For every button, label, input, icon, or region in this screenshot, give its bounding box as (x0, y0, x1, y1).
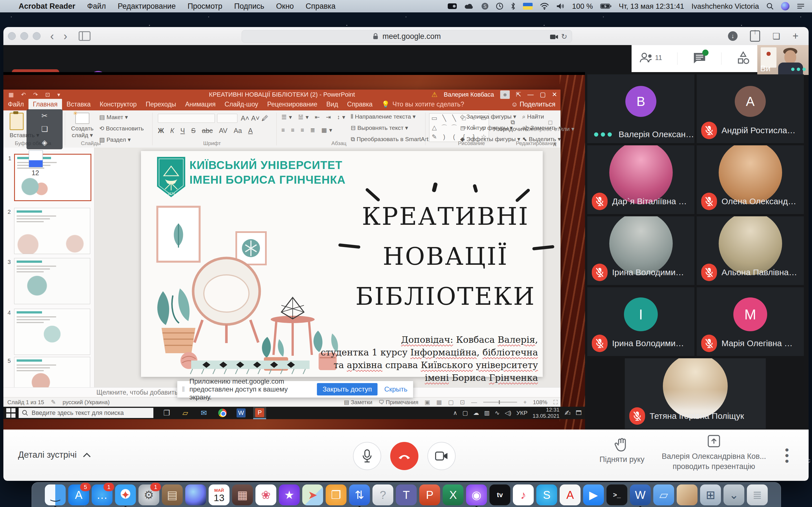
dock-teams[interactable]: T (396, 485, 417, 505)
align-text-button[interactable]: ⊟ Выровнять текст ▾ (351, 124, 408, 131)
spotlight-search-icon[interactable] (766, 3, 774, 10)
downloads-icon[interactable]: ↓ (728, 31, 738, 41)
powerpoint-button[interactable]: P (253, 407, 266, 419)
zoom-slider[interactable] (483, 402, 517, 403)
language-label[interactable]: русский (Украина) (63, 399, 110, 406)
dock-messages[interactable]: …1 (92, 485, 112, 505)
sidebar-toggle-icon[interactable] (79, 31, 91, 41)
font-name-select[interactable] (158, 114, 215, 123)
collapse-ribbon-icon[interactable]: ∧ (553, 141, 557, 148)
participant-tile[interactable]: Олена Олександрів... (697, 145, 804, 214)
back-button[interactable]: ‹ (50, 31, 54, 42)
ppt-account-name[interactable]: Валерия Ковбаса (444, 91, 494, 98)
reload-icon[interactable]: ↻ (561, 33, 567, 41)
ppt-tab-рецензирование[interactable]: Рецензирование (263, 99, 322, 110)
self-view-video[interactable]: Ви (757, 45, 809, 75)
dock-excel[interactable]: X (443, 485, 463, 505)
stop-sharing-button[interactable]: Закрыть доступ (317, 383, 377, 395)
menu-clock[interactable]: Чт, 13 мая 12:31:41 (619, 2, 684, 11)
self-view-menu-icon[interactable] (791, 68, 806, 71)
drag-handle-icon[interactable]: ‖ (182, 385, 185, 394)
ppt-tab-вставка[interactable]: Вставка (62, 99, 95, 110)
time-machine-icon[interactable] (496, 3, 503, 10)
ppt-tab-справка[interactable]: Справка (343, 99, 377, 110)
copy-icon[interactable]: ❏ (41, 125, 48, 133)
menu-item-подпись[interactable]: Подпись (234, 2, 264, 11)
reading-view-icon[interactable]: ▢ (448, 399, 454, 406)
tray-expand-icon[interactable]: ∧ (453, 409, 457, 416)
menu-item-файл[interactable]: Файл (87, 2, 106, 11)
replace-button[interactable]: ab Заменить ▾ (522, 124, 562, 131)
dock-finder[interactable]: ‿ (45, 485, 66, 505)
windows-start-button[interactable] (6, 408, 16, 418)
dock-contacts[interactable]: ▤ (162, 485, 183, 505)
ppt-tab-главная[interactable]: Главная (29, 99, 62, 110)
dock-system-preferences[interactable]: ⚙1 (139, 485, 159, 505)
windows-ink-icon[interactable]: ✍ (564, 409, 571, 417)
mic-toggle-button[interactable] (353, 442, 381, 470)
tray-volume-icon[interactable]: ◁) (505, 409, 511, 416)
dock-maps[interactable]: ➤ (302, 485, 323, 505)
text-direction-button[interactable]: ⫴ Направление текста ▾ (351, 113, 416, 120)
address-bar[interactable]: meet.google.com ↻ (242, 30, 572, 43)
font-style-К[interactable]: К (170, 127, 174, 135)
forward-button[interactable]: › (63, 31, 67, 42)
menu-item-просмотр[interactable]: Просмотр (188, 2, 222, 11)
slide-thumbnail-2[interactable]: 2 (14, 208, 90, 254)
new-slide-button[interactable]: Создатьслайд ▾ (71, 113, 94, 138)
menu-item-окно[interactable]: Окно (276, 2, 294, 11)
participant-tile[interactable]: ММарія Олегівна Скр... (697, 287, 804, 356)
dock-skype[interactable]: S (536, 485, 557, 505)
taskbar-clock[interactable]: 12:3113.05.2021 (532, 407, 559, 419)
tray-onedrive-icon[interactable]: ☁ (473, 409, 479, 416)
slide-sorter-icon[interactable]: ▦ (437, 399, 442, 406)
skype-status-icon[interactable]: S (481, 3, 489, 10)
font-style-А[interactable]: А (248, 127, 253, 135)
cloud-icon[interactable] (464, 3, 474, 9)
ppt-share-button[interactable]: ☺ Поделиться (506, 99, 560, 110)
activities-button[interactable] (737, 52, 750, 66)
dock-trash[interactable]: ≣ (747, 485, 768, 505)
ppt-tab-переходы[interactable]: Переходы (141, 99, 181, 110)
windows-search-box[interactable]: Введите здесь текст для поиска (18, 408, 153, 418)
dock-imovie[interactable]: ★ (279, 485, 300, 505)
tray-hardware-icon[interactable]: ▥ (484, 409, 490, 416)
ukraine-flag-input-icon[interactable] (523, 3, 532, 10)
presenting-status[interactable]: Валерія Олександрівна Ков... проводить п… (658, 435, 770, 471)
chat-button[interactable] (693, 52, 706, 65)
siri-icon[interactable] (781, 2, 790, 10)
ppt-close-button[interactable]: ✕ (552, 91, 557, 98)
zoom-percent[interactable]: 108% (533, 399, 547, 406)
format-painter-icon[interactable]: ◈ (42, 138, 47, 147)
participant-tile[interactable]: Тетяна Ігорівна Поліщук (625, 358, 766, 429)
notification-center-icon[interactable]: 🗖 (576, 409, 581, 416)
participant-tile[interactable]: BВалерія Олександрі... (587, 74, 695, 143)
dock-launchpad[interactable]: ⊞ (700, 485, 721, 505)
reset-button[interactable]: ⟲ Восстановить (99, 125, 144, 132)
cut-icon[interactable]: ✂ (42, 112, 48, 120)
font-size-select[interactable] (217, 114, 238, 123)
dock-photo-file[interactable] (677, 485, 698, 505)
fit-slide-icon[interactable]: ⛶ (553, 399, 558, 406)
ppt-tab-анимация[interactable]: Анимация (181, 99, 220, 110)
grow-font-button[interactable]: А˄ А˅ 🖉 (241, 114, 268, 122)
control-center-icon[interactable] (797, 3, 805, 9)
meeting-details-button[interactable]: Деталі зустрічі (18, 450, 91, 460)
bluetooth-icon[interactable] (511, 3, 516, 10)
slide-thumbnail-3[interactable]: 3 (14, 258, 90, 304)
menu-user[interactable]: Ivashchenko Victoria (692, 2, 759, 11)
dock-terminal[interactable]: >_ (606, 485, 627, 505)
font-style-Aa[interactable]: Aa (234, 127, 242, 135)
font-style-Ч[interactable]: Ч (181, 127, 185, 135)
font-style-AV[interactable]: AV (219, 127, 227, 135)
dock-app-store[interactable]: A5 (68, 485, 89, 505)
tray-language[interactable]: УКР (516, 409, 528, 416)
zoom-out-icon[interactable]: — (471, 399, 477, 406)
slide-thumbnail-4[interactable]: 4 (14, 309, 90, 355)
participant-tile[interactable]: ААндрій Ростиславо... (697, 74, 804, 143)
copy-icon[interactable]: ❏ (772, 31, 780, 41)
normal-view-icon[interactable]: ▣ (424, 399, 430, 406)
dock-video-call[interactable]: ▶ (583, 485, 604, 505)
dock-photo-booth[interactable]: ▦ (232, 485, 253, 505)
wifi-icon[interactable] (540, 3, 549, 10)
